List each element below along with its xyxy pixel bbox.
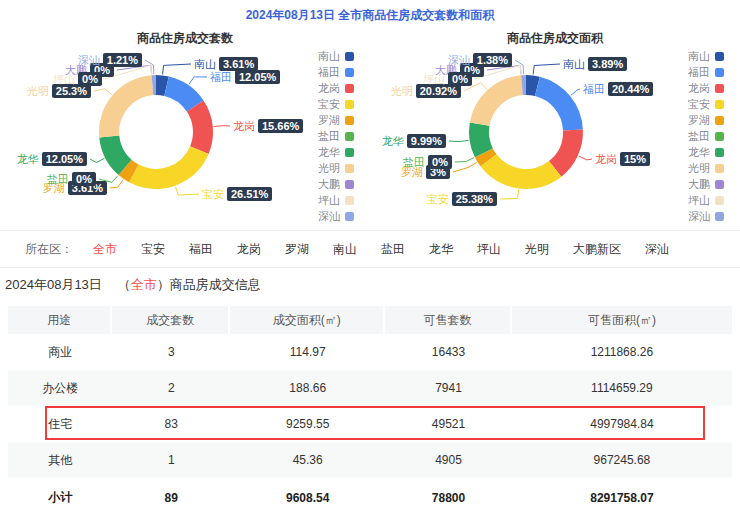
legend-item-龙华[interactable]: 龙华 xyxy=(684,144,724,160)
legend-swatch-icon xyxy=(345,68,354,77)
legend-item-龙华[interactable]: 龙华 xyxy=(314,144,354,160)
legend-item-罗湖[interactable]: 罗湖 xyxy=(314,112,354,128)
table-row: 商业3114.97164331211868.26 xyxy=(8,334,732,370)
pie-slice-福田[interactable] xyxy=(535,77,583,131)
pie-label-宝安: 宝安25.38% xyxy=(427,190,497,208)
table-cell: 9259.55 xyxy=(230,417,385,431)
legend-item-光明[interactable]: 光明 xyxy=(684,160,724,176)
legend-item-南山[interactable]: 南山 xyxy=(684,48,724,64)
legend-item-深汕[interactable]: 深汕 xyxy=(684,208,724,224)
legend-item-光明[interactable]: 光明 xyxy=(314,160,354,176)
pie-label-龙华: 龙华12.05% xyxy=(17,150,87,168)
pie-label-value: 1.38% xyxy=(473,53,512,67)
legend-item-盐田[interactable]: 盐田 xyxy=(314,128,354,144)
filter-item-龙华[interactable]: 龙华 xyxy=(429,242,453,256)
pie-label-value: 20.44% xyxy=(608,82,653,96)
legend-label: 光明 xyxy=(318,161,340,176)
table-row: 其他145.364905967245.68 xyxy=(8,442,732,478)
legend-label: 光明 xyxy=(688,161,710,176)
legend-label: 盐田 xyxy=(318,129,340,144)
filter-item-坪山[interactable]: 坪山 xyxy=(477,242,501,256)
pie-label-name: 福田 xyxy=(210,70,232,85)
legend-item-罗湖[interactable]: 罗湖 xyxy=(684,112,724,128)
leader-line-龙岗 xyxy=(579,156,592,160)
pie-slice-光明[interactable] xyxy=(470,75,523,126)
pie-label-name: 坪山 xyxy=(53,72,75,87)
filter-item-全市[interactable]: 全市 xyxy=(93,242,117,256)
leader-line-宝安 xyxy=(500,190,519,200)
filter-item-罗湖[interactable]: 罗湖 xyxy=(285,242,309,256)
pie-label-龙岗: 龙岗15.66% xyxy=(233,117,303,135)
table-header-cell: 成交面积(㎡) xyxy=(230,306,385,334)
filter-item-南山[interactable]: 南山 xyxy=(333,242,357,256)
legend-label: 坪山 xyxy=(318,193,340,208)
filter-label: 所在区： xyxy=(25,241,73,258)
legend-swatch-icon xyxy=(715,116,724,125)
legend-item-宝安[interactable]: 宝安 xyxy=(314,96,354,112)
legend-label: 罗湖 xyxy=(318,113,340,128)
filter-item-宝安[interactable]: 宝安 xyxy=(141,242,165,256)
legend-swatch-icon xyxy=(345,148,354,157)
pie-label-name: 龙华 xyxy=(17,152,39,167)
legend-item-福田[interactable]: 福田 xyxy=(684,64,724,80)
legend-label: 宝安 xyxy=(688,97,710,112)
table-cell: 89 xyxy=(112,491,230,505)
pie-label-龙岗: 龙岗15% xyxy=(595,150,650,168)
legend-item-龙岗[interactable]: 龙岗 xyxy=(314,80,354,96)
pie-label-value: 0% xyxy=(428,155,452,169)
pie-label-深汕: 深汕1.38% xyxy=(448,51,512,69)
table-cell: 83 xyxy=(112,417,230,431)
pie-label-坪山: 坪山0% xyxy=(423,70,472,88)
district-filter-bar: 所在区： 全市宝安福田龙岗罗湖南山盐田龙华坪山光明大鹏新区深汕 xyxy=(0,230,740,268)
legend-item-大鹏[interactable]: 大鹏 xyxy=(684,176,724,192)
legend-item-福田[interactable]: 福田 xyxy=(314,64,354,80)
filter-item-深汕[interactable]: 深汕 xyxy=(645,242,669,256)
leader-line-深汕 xyxy=(515,60,524,74)
chart-legend: 南山福田龙岗宝安罗湖盐田龙华光明大鹏坪山深汕 xyxy=(314,48,354,224)
legend-item-龙岗[interactable]: 龙岗 xyxy=(684,80,724,96)
table-header-row: 用途成交套数成交面积(㎡)可售套数可售面积(㎡) xyxy=(8,306,732,334)
legend-label: 盐田 xyxy=(688,129,710,144)
legend-item-大鹏[interactable]: 大鹏 xyxy=(314,176,354,192)
table-cell: 188.66 xyxy=(230,381,385,395)
leader-line-南山 xyxy=(163,64,191,74)
filter-item-龙岗[interactable]: 龙岗 xyxy=(237,242,261,256)
legend-item-坪山[interactable]: 坪山 xyxy=(684,192,724,208)
pie-label-name: 坪山 xyxy=(423,72,445,87)
legend-item-深汕[interactable]: 深汕 xyxy=(314,208,354,224)
table-cell: 78800 xyxy=(385,491,512,505)
pie-label-value: 12.05% xyxy=(42,152,87,166)
legend-swatch-icon xyxy=(715,212,724,221)
legend-label: 福田 xyxy=(318,65,340,80)
leader-line-龙华 xyxy=(90,158,104,162)
pie-label-name: 宝安 xyxy=(202,187,224,202)
filter-item-福田[interactable]: 福田 xyxy=(189,242,213,256)
pie-label-value: 0% xyxy=(448,72,472,86)
filter-item-光明[interactable]: 光明 xyxy=(525,242,549,256)
legend-item-宝安[interactable]: 宝安 xyxy=(684,96,724,112)
legend-label: 大鹏 xyxy=(688,177,710,192)
legend-swatch-icon xyxy=(345,212,354,221)
pie-label-value: 3.89% xyxy=(588,57,627,71)
filter-item-盐田[interactable]: 盐田 xyxy=(381,242,405,256)
legend-item-盐田[interactable]: 盐田 xyxy=(684,128,724,144)
paren-close: ） xyxy=(157,277,170,292)
legend-swatch-icon xyxy=(345,196,354,205)
table-cell: 49521 xyxy=(385,417,512,431)
table-cell: 9608.54 xyxy=(230,491,385,505)
legend-item-南山[interactable]: 南山 xyxy=(314,48,354,64)
table-cell: 114.97 xyxy=(230,345,385,359)
table-cell: 45.36 xyxy=(230,453,385,467)
legend-swatch-icon xyxy=(345,132,354,141)
table-cell: 1114659.29 xyxy=(512,381,732,395)
legend-item-坪山[interactable]: 坪山 xyxy=(314,192,354,208)
pie-label-宝安: 宝安26.51% xyxy=(202,185,272,203)
pie-slice-光明[interactable] xyxy=(99,75,153,137)
filter-item-大鹏新区[interactable]: 大鹏新区 xyxy=(573,242,621,256)
pie-slice-宝安[interactable] xyxy=(481,154,562,189)
pie-label-name: 福田 xyxy=(583,82,605,97)
pie-slice-宝安[interactable] xyxy=(129,146,209,189)
table-cell: 1211868.26 xyxy=(512,345,732,359)
leader-line-盐田 xyxy=(455,158,474,162)
table-header-cell: 成交套数 xyxy=(112,306,230,334)
